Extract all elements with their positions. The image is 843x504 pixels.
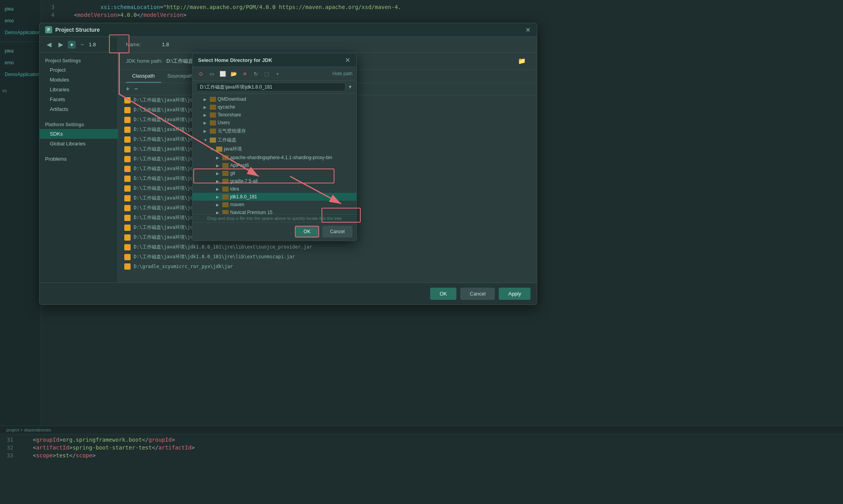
cp-icon-16 bbox=[124, 244, 131, 250]
jdk-file-tree: ▶ QMDownload ▶ qycache ▶ Tenorshare ▶ Us… bbox=[193, 94, 356, 214]
tree-item-workdisk[interactable]: ▼ 工作磁盘 bbox=[193, 136, 356, 145]
cp-icon-5 bbox=[124, 136, 131, 143]
tree-item-maven[interactable]: ▶ maven bbox=[193, 201, 356, 208]
cp-item-16[interactable]: D:\工作磁盘\java环境\jdk1.8.0_181\jre\lib\ext\… bbox=[118, 242, 537, 252]
cp-icon-2 bbox=[124, 107, 131, 113]
ps-nav-header: ◀ ▶ + − 1.8 bbox=[40, 37, 118, 53]
platform-settings-section: Platform Settings SDKs Global Libraries bbox=[40, 118, 118, 149]
sidebar-emo-1[interactable]: emo bbox=[2, 15, 38, 27]
bottom-line-33: 33 < scope > test </ scope > bbox=[0, 451, 843, 459]
dialog-title-text: Project Structure bbox=[55, 27, 100, 33]
tree-item-qmdownload[interactable]: ▶ QMDownload bbox=[193, 95, 356, 103]
cp-icon-14 bbox=[124, 225, 131, 231]
cp-icon-15 bbox=[124, 234, 131, 241]
cp-icon-9 bbox=[124, 176, 131, 182]
tree-item-navicat[interactable]: ▶ Navicat Premium 15 bbox=[193, 208, 356, 214]
sidebar-demo-app-1[interactable]: DemoApplication bbox=[2, 27, 38, 38]
nav-forward-button[interactable]: ▶ bbox=[56, 40, 65, 49]
cp-item-17[interactable]: D:\工作磁盘\java环境\jdk1.8.0_181\jre\lib\ext\… bbox=[118, 252, 537, 262]
cp-item-18[interactable]: D:\gradle_scyumicrc_ror_pyx\jdk\jar bbox=[118, 262, 537, 271]
close-dialog-button[interactable]: ✕ bbox=[524, 26, 531, 33]
jdk-tool-delete[interactable]: ✕ bbox=[240, 69, 249, 78]
cp-icon-3 bbox=[124, 117, 131, 123]
name-value: 1.8 bbox=[162, 42, 169, 47]
jdk-drag-hint: Drag and drop a file into the space abov… bbox=[193, 214, 356, 222]
project-icon: P bbox=[45, 26, 52, 33]
folder-icon bbox=[210, 97, 216, 102]
nav-project[interactable]: Project bbox=[40, 65, 118, 75]
remove-sdk-button[interactable]: − bbox=[78, 40, 86, 49]
nav-problems[interactable]: Problems bbox=[40, 154, 118, 164]
ps-name-row: Name: 1.8 bbox=[118, 37, 537, 53]
jdk-dialog-titlebar: Select Home Directory for JDK ✕ bbox=[193, 53, 356, 67]
nav-global-libraries[interactable]: Global Libraries bbox=[40, 139, 118, 149]
sidebar-demo-app-2[interactable]: DemoApplication bbox=[2, 69, 38, 80]
nav-libraries[interactable]: Libraries bbox=[40, 85, 118, 94]
tree-item-java-env[interactable]: ▼ java环境 bbox=[193, 145, 356, 154]
jdk-path-dropdown-button[interactable]: ▼ bbox=[348, 84, 352, 90]
cp-icon-6 bbox=[124, 146, 131, 152]
nav-facets[interactable]: Facets bbox=[40, 94, 118, 104]
jdk-tool-box[interactable]: ▭ bbox=[207, 69, 216, 78]
tree-item-git[interactable]: ▶ git bbox=[193, 169, 356, 177]
ps-left-panel: ◀ ▶ + − 1.8 Project Settings Project Mod… bbox=[40, 37, 118, 283]
tree-item-users[interactable]: ▶ Users bbox=[193, 119, 356, 127]
jdk-dialog-title: Select Home Directory for JDK bbox=[198, 57, 272, 63]
jdk-cancel-button[interactable]: Cancel bbox=[322, 226, 352, 237]
dialog-title: P Project Structure bbox=[45, 26, 100, 33]
jdk-tool-computer[interactable]: ⊙ bbox=[196, 69, 205, 78]
tree-item-tenorshare[interactable]: ▶ Tenorshare bbox=[193, 111, 356, 119]
sidebar-emo-2[interactable]: emo bbox=[2, 57, 38, 69]
jdk-path-label: JDK home path: bbox=[126, 58, 162, 64]
jdk-tool-add-folder[interactable]: + bbox=[273, 69, 282, 78]
dialog-footer: OK Cancel Apply bbox=[40, 283, 537, 305]
tree-item-sharding[interactable]: ▶ apache-shardingsphere-4.1.1-sharding-p… bbox=[193, 154, 356, 161]
hide-path-button[interactable]: Hide path bbox=[332, 71, 352, 76]
jdk-ok-button[interactable]: OK bbox=[295, 226, 319, 237]
close-jdk-dialog-button[interactable]: ✕ bbox=[344, 56, 351, 63]
nav-back-button[interactable]: ◀ bbox=[44, 40, 54, 49]
chevron-right-icon: ▶ bbox=[203, 97, 208, 102]
ok-button[interactable]: OK bbox=[430, 288, 456, 300]
add-sdk-button[interactable]: + bbox=[68, 41, 76, 49]
tree-item-gradle[interactable]: ▶ gradle-7.5-all bbox=[193, 177, 356, 185]
tree-item-apipost[interactable]: ▶ ApiPost6 bbox=[193, 161, 356, 169]
platform-settings-title: Platform Settings bbox=[40, 120, 118, 129]
tree-item-jdk181[interactable]: ▶ jdk1.8.0_181 bbox=[193, 193, 356, 201]
jdk-tool-display[interactable]: ⬜ bbox=[218, 69, 227, 78]
cp-icon-4 bbox=[124, 127, 131, 133]
bottom-editor: project > dependencies 31 < groupId > or… bbox=[0, 426, 843, 504]
apply-button[interactable]: Apply bbox=[499, 288, 531, 300]
jdk-tool-refresh[interactable]: ↻ bbox=[251, 69, 260, 78]
jdk-dialog-footer: OK Cancel bbox=[193, 222, 356, 241]
sidebar-bottom-section: plea emo DemoApplication es bbox=[0, 42, 41, 96]
editor-line-4: 4 < modelVersion > 4.0.0 </ modelVersion… bbox=[41, 11, 843, 19]
breadcrumb: project > dependencies bbox=[0, 426, 843, 434]
cp-add-button[interactable]: + bbox=[124, 85, 131, 92]
sidebar-es: es bbox=[2, 88, 38, 93]
nav-sdks[interactable]: SDKs bbox=[40, 129, 118, 139]
name-label: Name: bbox=[126, 42, 157, 47]
sidebar-plea-1[interactable]: plea bbox=[2, 3, 38, 15]
tree-item-wallpaper-cache[interactable]: ▶ 元气壁纸缓存 bbox=[193, 127, 356, 136]
sidebar-plea-2[interactable]: plea bbox=[2, 45, 38, 57]
cp-icon-10 bbox=[124, 185, 131, 192]
cp-icon-13 bbox=[124, 215, 131, 221]
nav-modules[interactable]: Modules bbox=[40, 75, 118, 85]
tree-item-idea[interactable]: ▶ idea bbox=[193, 185, 356, 193]
jdk-tool-select[interactable]: ⬚ bbox=[262, 69, 271, 78]
jdk-path-input[interactable] bbox=[196, 83, 345, 91]
browse-jdk-button[interactable]: 📁 bbox=[515, 56, 529, 65]
jdk-toolbar: ⊙ ▭ ⬜ 📂 ✕ ↻ ⬚ + Hide path bbox=[193, 67, 356, 81]
bottom-line-31: 31 < groupId > org.springframework.boot … bbox=[0, 436, 843, 444]
jdk-tool-folder-open[interactable]: 📂 bbox=[229, 69, 238, 78]
jdk-home-dialog: Select Home Directory for JDK ✕ ⊙ ▭ ⬜ 📂 … bbox=[192, 53, 357, 241]
cancel-button[interactable]: Cancel bbox=[460, 288, 495, 300]
cp-icon-1 bbox=[124, 97, 131, 103]
sdk-version: 1.8 bbox=[89, 42, 96, 47]
tab-classpath[interactable]: Classpath bbox=[126, 70, 161, 83]
tree-item-qycache[interactable]: ▶ qycache bbox=[193, 103, 356, 111]
nav-artifacts[interactable]: Artifacts bbox=[40, 104, 118, 114]
cp-remove-button[interactable]: − bbox=[133, 85, 139, 92]
cp-icon-17 bbox=[124, 254, 131, 260]
